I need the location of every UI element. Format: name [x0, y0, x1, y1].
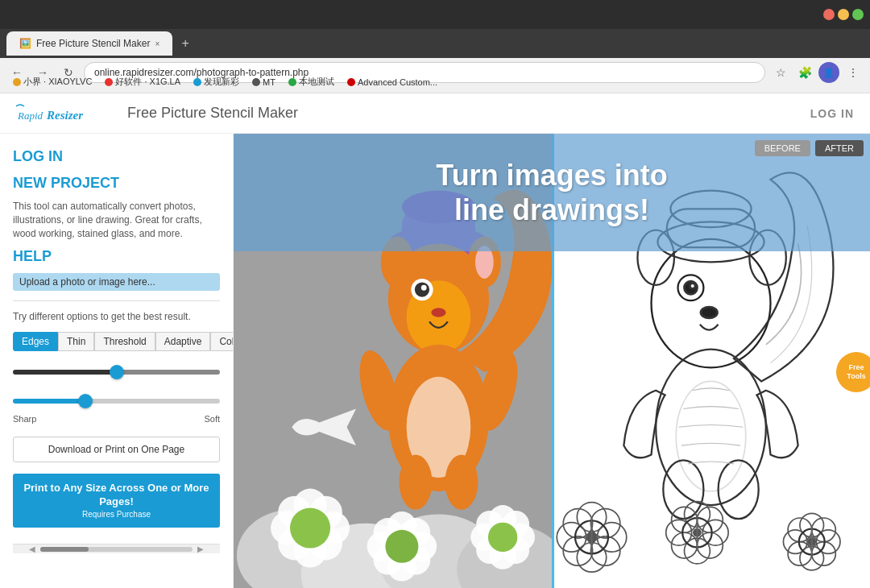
svg-point-51 [445, 454, 478, 509]
sidebar-divider [13, 300, 220, 301]
tab-favicon: 🖼️ [19, 38, 31, 49]
sharpness-slider-container: Sharp Soft [13, 393, 220, 424]
scroll-right-arrow[interactable]: ▶ [197, 545, 204, 553]
svg-point-33 [488, 523, 517, 552]
close-button[interactable]: × [823, 9, 835, 20]
scroll-track [40, 547, 193, 552]
sharpness-slider-track[interactable] [13, 393, 220, 409]
svg-text:Rapid: Rapid [17, 110, 44, 122]
hero-line1: Turn images into [436, 159, 667, 192]
top-buttons: BEFORE AFTER [755, 140, 864, 156]
free-label: Free [848, 363, 864, 372]
bookmark-mt[interactable]: MT [249, 76, 279, 89]
bookmark-discover[interactable]: 发现新彩 [190, 74, 242, 89]
svg-point-24 [385, 530, 418, 563]
bookmark-icon [13, 78, 21, 86]
tab-bar: 🖼️ Free Picture Stencil Maker × + [0, 29, 870, 58]
bookmark-icon [252, 78, 260, 86]
filter-tab-threshold[interactable]: Threshold [94, 332, 155, 351]
bookmark-x1gla[interactable]: 好软件 · X1G.LA [102, 74, 184, 89]
new-project-link[interactable]: NEW PROJECT [13, 173, 220, 193]
scroll-left-arrow[interactable]: ◀ [29, 545, 35, 553]
print-button[interactable]: Print to Any Size Across One or More Pag… [13, 474, 220, 528]
darkness-slider-track[interactable] [13, 364, 220, 380]
svg-point-41 [421, 285, 427, 291]
bookmark-label: Advanced Custom... [358, 77, 437, 87]
svg-point-57 [701, 307, 717, 318]
svg-point-50 [399, 454, 432, 509]
bookmark-star-button[interactable]: ☆ [770, 62, 791, 83]
svg-point-15 [290, 507, 330, 548]
filter-tab-edges[interactable]: Edges [13, 332, 58, 351]
filter-tab-color[interactable]: Color [210, 332, 234, 351]
filter-tabs: Edges Thin Threshold Adaptive Color [13, 332, 220, 351]
sidebar-highlight: Upload a photo or image here... [13, 273, 220, 291]
sharpness-track [13, 399, 220, 404]
darkness-track [13, 370, 220, 375]
sharpness-thumb[interactable] [78, 394, 93, 408]
bookmark-label: 本地测试 [299, 76, 334, 88]
bookmark-label: MT [263, 77, 276, 87]
hero-title: Turn images into line drawings! [266, 158, 838, 227]
soft-label: Soft [204, 414, 220, 424]
bookmark-icon [347, 78, 355, 86]
header-login-link[interactable]: LOG IN [810, 107, 854, 120]
site-header: Rapid Resizer Free Picture Stencil Maker… [0, 93, 870, 134]
nav-icons: ☆ 🧩 👤 ⋮ [770, 62, 864, 83]
profile-button[interactable]: 👤 [818, 62, 839, 83]
bookmark-label: 小界 · XIAOYLVC [23, 76, 92, 88]
main-layout: LOG IN NEW PROJECT This tool can automat… [0, 134, 870, 588]
print-btn-line1: Print to Any Size Across One or More Pag… [21, 482, 212, 509]
sidebar: LOG IN NEW PROJECT This tool can automat… [0, 134, 234, 588]
after-button[interactable]: AFTER [815, 140, 864, 156]
log-in-link[interactable]: LOG IN [13, 147, 220, 167]
scroll-thumb[interactable] [40, 547, 89, 552]
menu-button[interactable]: ⋮ [843, 62, 864, 83]
content-area: BEFORE AFTER Turn images into line drawi… [234, 134, 870, 588]
active-tab[interactable]: 🖼️ Free Picture Stencil Maker × [6, 31, 172, 56]
logo-area: Rapid Resizer Free Picture Stencil Maker [16, 101, 298, 126]
window-controls: × − □ [823, 9, 864, 20]
sidebar-description: This tool can automatically convert phot… [13, 200, 220, 240]
svg-text:Resizer: Resizer [46, 109, 83, 122]
tab-close-icon[interactable]: × [155, 39, 160, 48]
bookmark-label: 好软件 · X1G.LA [115, 76, 180, 88]
bookmark-icon [105, 78, 113, 86]
sharp-label: Sharp [13, 414, 36, 424]
darkness-slider-container [13, 364, 220, 380]
minimize-button[interactable]: − [838, 9, 849, 20]
title-bar: × − □ [0, 0, 870, 29]
tools-label: Tools [847, 372, 865, 381]
bookmark-icon [288, 78, 296, 86]
highlight-text: Upload a photo or image here... [19, 276, 155, 288]
bookmark-advanced[interactable]: Advanced Custom... [344, 76, 441, 89]
bookmark-local[interactable]: 本地测试 [285, 74, 338, 89]
logo-svg: Rapid Resizer [16, 101, 113, 126]
svg-point-42 [431, 308, 445, 317]
darkness-thumb[interactable] [110, 365, 124, 379]
site-title: Free Picture Stencil Maker [127, 105, 298, 122]
bookmark-xiaoylvc[interactable]: 小界 · XIAOYLVC [10, 74, 95, 89]
extensions-button[interactable]: 🧩 [794, 62, 815, 83]
filter-tab-adaptive[interactable]: Adaptive [155, 332, 211, 351]
bookmark-label: 发现新彩 [204, 76, 239, 88]
new-tab-button[interactable]: + [176, 34, 195, 53]
maximize-button[interactable]: □ [852, 9, 864, 20]
free-tools-badge[interactable]: Free Tools [836, 352, 870, 392]
tab-title: Free Picture Stencil Maker [36, 38, 150, 49]
filter-tab-thin[interactable]: Thin [58, 332, 94, 351]
download-button[interactable]: Download or Print on One Page [13, 437, 220, 462]
horizontal-scrollbar[interactable]: ◀ ▶ [13, 544, 220, 553]
try-text: Try different options to get the best re… [13, 311, 220, 322]
before-button[interactable]: BEFORE [755, 140, 810, 156]
hero-line2: line drawings! [454, 193, 649, 226]
help-link[interactable]: HELP [13, 246, 220, 267]
bookmark-icon [193, 78, 201, 86]
sharpness-labels: Sharp Soft [13, 414, 220, 424]
browser-chrome: × − □ 🖼️ Free Picture Stencil Maker × + … [0, 0, 870, 71]
page: Rapid Resizer Free Picture Stencil Maker… [0, 93, 870, 588]
svg-point-56 [690, 284, 695, 289]
print-btn-line2: Requires Purchase [21, 509, 212, 520]
